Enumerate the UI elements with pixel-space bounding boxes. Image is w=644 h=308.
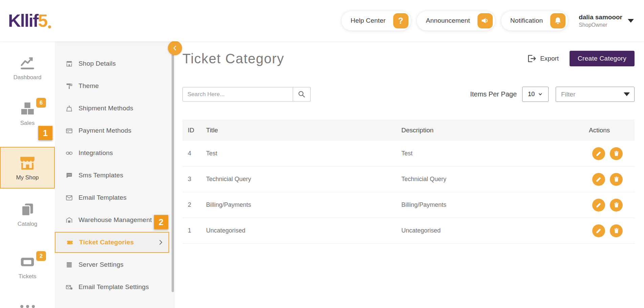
storefront-icon	[65, 60, 73, 68]
notification-button[interactable]: Notification	[501, 11, 568, 30]
bell-icon	[550, 13, 565, 28]
warehouse-icon	[65, 216, 73, 224]
chevron-left-icon	[171, 44, 179, 52]
main-content: Ticket Category Export Create Category I…	[175, 41, 644, 308]
ticket-category-icon	[66, 238, 74, 246]
sidebar-item-label: Tickets	[18, 273, 36, 280]
submenu-item-label: Payment Methods	[79, 127, 131, 134]
logo-accent-text: 5	[38, 10, 47, 31]
user-role: ShopOwner	[579, 22, 622, 28]
trash-icon	[613, 202, 620, 208]
delete-button[interactable]	[610, 147, 623, 160]
export-button[interactable]: Export	[527, 53, 559, 64]
pencil-icon	[596, 176, 602, 182]
delete-button[interactable]	[610, 173, 623, 186]
user-menu[interactable]: dalia samooor ShopOwner	[579, 14, 634, 28]
items-per-page-select[interactable]: 10	[522, 87, 549, 102]
submenu-item-theme[interactable]: Theme	[55, 75, 175, 97]
search-button[interactable]	[293, 87, 311, 102]
cell-title: Technicial Query	[206, 167, 401, 192]
edit-button[interactable]	[592, 199, 605, 212]
megaphone-icon	[478, 13, 493, 28]
store-icon	[19, 155, 36, 171]
submenu-scrollbar[interactable]	[172, 53, 174, 292]
submenu-item-email-templates[interactable]: Email Templates	[55, 186, 175, 209]
edit-button[interactable]	[592, 173, 605, 186]
email-envelope-icon	[65, 194, 73, 202]
trash-icon	[613, 150, 620, 157]
sales-badge: 6	[36, 98, 46, 108]
logo-text: Kllif	[8, 10, 38, 31]
email-settings-icon	[65, 283, 73, 291]
payment-card-icon	[65, 127, 73, 135]
shipment-scale-icon	[65, 104, 73, 112]
step-annotation-1: 1	[38, 126, 52, 140]
column-header-id: ID	[182, 119, 206, 141]
submenu-item-label: Warehouse Management	[79, 216, 152, 224]
sidebar-item-label: Sales	[20, 120, 35, 127]
submenu-item-email-template-settings[interactable]: Email Template Settings	[55, 276, 175, 298]
cell-description: Technicial Query	[401, 167, 589, 192]
submenu-item-label: Shipment Methods	[79, 105, 133, 112]
submenu-item-ticket-categories[interactable]: Ticket Categories	[55, 232, 169, 253]
search-input[interactable]	[182, 87, 293, 102]
delete-button[interactable]	[610, 224, 623, 237]
question-icon: ?	[393, 13, 408, 28]
sidebar-item-label: Catalog	[18, 221, 38, 227]
sidebar-item-my-shop[interactable]: My Shop	[0, 147, 55, 189]
submenu-item-label: Integrations	[79, 149, 113, 157]
table-header-row: ID Title Description Actions	[182, 119, 635, 141]
export-icon	[527, 53, 537, 64]
submenu-item-server-settings[interactable]: Server Settings	[55, 254, 175, 276]
delete-button[interactable]	[610, 199, 623, 212]
submenu-item-label: Ticket Categories	[79, 239, 134, 246]
submenu-item-sms-templates[interactable]: Sms Templates	[55, 164, 175, 186]
chevron-down-icon	[538, 92, 543, 97]
filter-label: Filter	[561, 91, 575, 98]
cell-title: Uncategorised	[206, 218, 401, 244]
submenu-item-payment-methods[interactable]: Payment Methods	[55, 119, 175, 142]
cell-description: Billing/Payments	[401, 192, 589, 218]
cell-id: 1	[182, 218, 206, 244]
announcement-button[interactable]: Announcement	[417, 11, 495, 30]
top-header: Kllif5 Help Center ? Announcement Notifi…	[0, 0, 644, 41]
cell-title: Billing/Payments	[206, 192, 401, 218]
header-actions: Help Center ? Announcement Notification …	[341, 11, 634, 30]
sidebar-item-sales[interactable]: 6 Sales	[0, 101, 55, 127]
sms-chat-icon	[65, 171, 73, 179]
submenu-item-shop-details[interactable]: Shop Details	[55, 52, 175, 75]
create-category-button[interactable]: Create Category	[570, 51, 635, 66]
ticket-icon: 2	[20, 254, 35, 270]
export-label: Export	[540, 55, 559, 62]
column-header-description: Description	[401, 119, 589, 141]
cell-title: Test	[206, 141, 401, 167]
trash-icon	[613, 227, 620, 234]
edit-button[interactable]	[592, 224, 605, 237]
submenu-item-label: Email Template Settings	[79, 283, 149, 291]
sidebar-item-dashboard[interactable]: Dashboard	[0, 55, 55, 81]
submenu-item-integrations[interactable]: Integrations	[55, 142, 175, 164]
cell-id: 4	[182, 141, 206, 167]
sidebar-item-label: Dashboard	[13, 74, 41, 81]
column-header-title: Title	[206, 119, 401, 141]
sidebar-item-tickets[interactable]: 2 Tickets	[0, 254, 55, 280]
cell-id: 3	[182, 167, 206, 192]
tickets-badge: 2	[36, 251, 46, 261]
boxes-icon: 6	[20, 101, 35, 117]
user-info: dalia samooor ShopOwner	[579, 14, 622, 28]
cell-id: 2	[182, 192, 206, 218]
filter-select[interactable]: Filter	[556, 87, 635, 102]
sidebar-item-label: My Shop	[16, 174, 39, 181]
notification-label: Notification	[510, 17, 543, 24]
submenu-item-shipment-methods[interactable]: Shipment Methods	[55, 97, 175, 119]
edit-button[interactable]	[592, 147, 605, 160]
app-logo[interactable]: Kllif5	[8, 10, 51, 31]
sidebar-item-catalog[interactable]: Catalog	[0, 201, 55, 227]
column-header-actions: Actions	[589, 119, 635, 141]
help-center-button[interactable]: Help Center ?	[341, 11, 411, 30]
sidebar-more-dots	[20, 305, 35, 308]
items-per-page-value: 10	[528, 91, 535, 98]
pencil-icon	[596, 202, 602, 208]
collapse-sidebar-button[interactable]	[168, 41, 182, 55]
table-row: 4 Test Test	[182, 141, 635, 167]
